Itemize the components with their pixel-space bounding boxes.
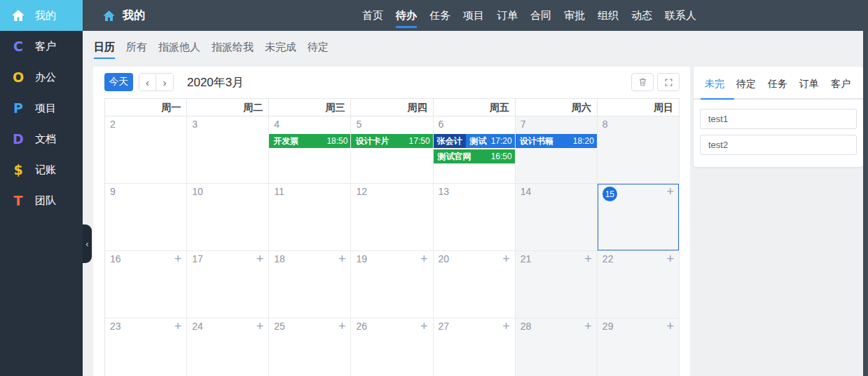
- fullscreen-button[interactable]: [657, 73, 680, 91]
- panel-tab-待定[interactable]: 待定: [736, 78, 756, 98]
- calendar-day-cell[interactable]: 15+: [598, 184, 680, 251]
- calendar-day-cell[interactable]: 6张会计测试17:20测试官网16:50: [434, 116, 516, 184]
- add-event-icon[interactable]: +: [174, 253, 182, 264]
- calendar-day-cell[interactable]: 17+: [187, 251, 269, 318]
- panel-tab-客户[interactable]: 客户: [831, 78, 850, 98]
- add-event-icon[interactable]: +: [502, 321, 510, 332]
- calendar-day-cell[interactable]: 3: [187, 116, 269, 184]
- panel-list-item[interactable]: test2: [700, 135, 857, 155]
- day-cell-header: 28+: [516, 318, 597, 335]
- add-event-icon[interactable]: +: [420, 253, 428, 264]
- add-event-icon[interactable]: +: [338, 253, 346, 264]
- panel-list-item[interactable]: test1: [700, 109, 857, 129]
- add-event-icon[interactable]: +: [502, 253, 510, 264]
- calendar-day-cell[interactable]: 21+: [516, 251, 598, 318]
- sidebar-item-document[interactable]: D文档: [0, 123, 83, 154]
- filter-tab-日历[interactable]: 日历: [94, 41, 115, 59]
- filter-tab-未完成[interactable]: 未完成: [265, 41, 296, 59]
- day-cell-header: 19+: [351, 251, 432, 268]
- calendar-event[interactable]: 张会计测试17:20: [434, 134, 515, 148]
- day-number: 2: [110, 119, 116, 130]
- add-event-icon[interactable]: +: [420, 321, 428, 332]
- today-button[interactable]: 今天: [104, 73, 133, 91]
- trash-button[interactable]: [631, 73, 654, 91]
- top-nav-item-动态[interactable]: 动态: [625, 0, 659, 31]
- calendar-day-cell[interactable]: 23+: [105, 318, 187, 376]
- day-cell-header: 26+: [351, 318, 432, 335]
- top-nav-item-审批[interactable]: 审批: [558, 0, 591, 31]
- top-nav-item-任务[interactable]: 任务: [423, 0, 457, 31]
- day-number: 13: [439, 186, 450, 197]
- calendar-day-cell[interactable]: 14: [516, 184, 598, 251]
- calendar-day-cell[interactable]: 25+: [269, 318, 351, 376]
- today-date-badge: 15: [602, 187, 617, 201]
- day-number: 7: [521, 119, 526, 130]
- add-event-icon[interactable]: +: [666, 186, 674, 197]
- calendar-day-cell[interactable]: 8: [598, 116, 680, 184]
- calendar-day-cell[interactable]: 9: [105, 184, 187, 251]
- panel-tab-任务[interactable]: 任务: [768, 78, 787, 98]
- add-event-icon[interactable]: +: [584, 253, 592, 264]
- calendar-day-cell[interactable]: 29+: [598, 318, 680, 376]
- next-month-button[interactable]: ›: [156, 74, 173, 90]
- sidebar-item-my[interactable]: 我的: [0, 0, 83, 31]
- breadcrumb: 我的: [101, 8, 145, 23]
- filter-tab-指派给我[interactable]: 指派给我: [212, 41, 254, 59]
- event-time: 17:50: [409, 134, 433, 148]
- filter-tab-待定[interactable]: 待定: [308, 41, 329, 59]
- add-event-icon[interactable]: +: [338, 321, 346, 332]
- top-nav-item-联系人[interactable]: 联系人: [659, 0, 703, 31]
- calendar-day-cell[interactable]: 4开发票18:50: [269, 116, 351, 184]
- calendar-day-cell[interactable]: 5设计卡片17:50: [351, 116, 433, 184]
- calendar-day-cell[interactable]: 7设计书籍18:20: [516, 116, 598, 184]
- add-event-icon[interactable]: +: [256, 253, 264, 264]
- calendar-day-cell[interactable]: 19+: [351, 251, 433, 318]
- calendar-event[interactable]: 设计书籍18:20: [516, 134, 597, 148]
- add-event-icon[interactable]: +: [666, 253, 674, 264]
- panel-tab-订单[interactable]: 订单: [799, 78, 819, 98]
- chevron-left-icon: ‹: [85, 239, 88, 249]
- sidebar-item-office[interactable]: O办公: [0, 62, 83, 93]
- day-number: 26: [356, 321, 367, 332]
- calendar-day-cell[interactable]: 2: [105, 116, 187, 184]
- top-nav-item-合同[interactable]: 合同: [524, 0, 558, 31]
- top-nav-item-项目[interactable]: 项目: [457, 0, 490, 31]
- event-time: 17:20: [491, 134, 515, 148]
- scrollbar[interactable]: [863, 0, 868, 376]
- calendar-day-cell[interactable]: 26+: [351, 318, 433, 376]
- calendar-day-cell[interactable]: 27+: [434, 318, 516, 376]
- top-nav-item-首页[interactable]: 首页: [356, 0, 390, 31]
- sidebar-item-team[interactable]: T团队: [0, 185, 83, 216]
- top-nav-item-订单[interactable]: 订单: [490, 0, 524, 31]
- top-nav-item-待办[interactable]: 待办: [390, 0, 423, 31]
- filter-tab-指派他人[interactable]: 指派他人: [158, 41, 200, 59]
- day-cell-header: 22+: [598, 251, 679, 268]
- calendar-day-cell[interactable]: 11: [269, 184, 351, 251]
- calendar-day-cell[interactable]: 10: [187, 184, 269, 251]
- add-event-icon[interactable]: +: [666, 321, 674, 332]
- sidebar-item-customer[interactable]: C客户: [0, 31, 83, 62]
- letter-t-icon: T: [11, 193, 26, 208]
- top-nav-item-组织[interactable]: 组织: [591, 0, 625, 31]
- calendar-event[interactable]: 测试官网16:50: [434, 149, 515, 163]
- calendar-day-cell[interactable]: 20+: [434, 251, 516, 318]
- calendar-day-cell[interactable]: 16+: [105, 251, 187, 318]
- sidebar-item-accounting[interactable]: $记账: [0, 154, 83, 185]
- calendar-day-cell[interactable]: 24+: [187, 318, 269, 376]
- prev-month-button[interactable]: ‹: [139, 74, 156, 90]
- calendar-day-cell[interactable]: 13: [434, 184, 516, 251]
- panel-tab-未完[interactable]: 未完: [705, 78, 724, 98]
- add-event-icon[interactable]: +: [256, 321, 264, 332]
- calendar-event[interactable]: 开发票18:50: [269, 134, 350, 148]
- sidebar-item-project[interactable]: P项目: [0, 93, 83, 123]
- sidebar-collapse-handle[interactable]: ‹: [83, 224, 92, 263]
- calendar-event[interactable]: 设计卡片17:50: [351, 134, 432, 148]
- event-title: 测试官网: [434, 149, 471, 163]
- calendar-day-cell[interactable]: 18+: [269, 251, 351, 318]
- calendar-day-cell[interactable]: 12: [351, 184, 433, 251]
- filter-tab-所有[interactable]: 所有: [126, 41, 147, 59]
- add-event-icon[interactable]: +: [174, 321, 182, 332]
- calendar-day-cell[interactable]: 22+: [598, 251, 680, 318]
- calendar-day-cell[interactable]: 28+: [516, 318, 598, 376]
- add-event-icon[interactable]: +: [584, 321, 592, 332]
